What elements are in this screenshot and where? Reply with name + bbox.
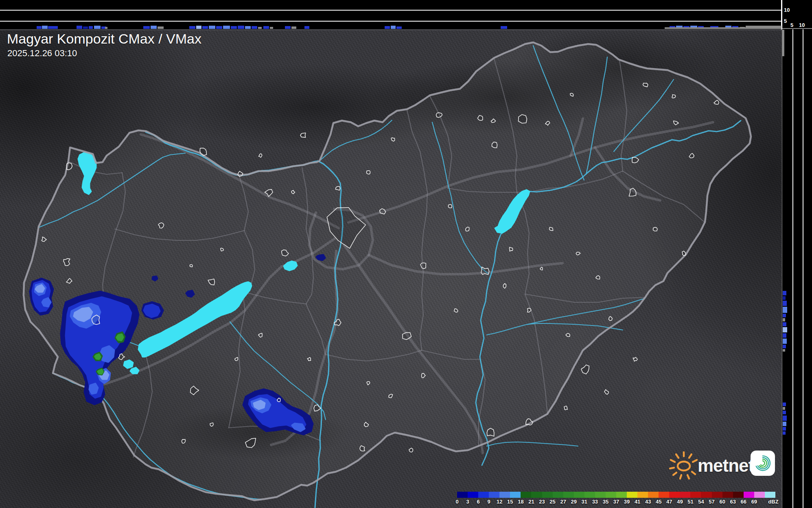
echo-top-mark — [202, 26, 208, 29]
echo-top-mark — [158, 26, 164, 29]
metnet-logo[interactable]: metnet — [668, 448, 754, 481]
panel-divider-top — [781, 0, 782, 29]
legend-value-label: 18 — [518, 499, 523, 505]
ns-cross-section-panel — [782, 29, 812, 508]
city-outline — [581, 365, 589, 374]
city-outline — [300, 133, 306, 137]
echo-top-mark — [37, 26, 42, 29]
echo-right-mark — [783, 339, 787, 344]
echo-top-mark — [304, 26, 309, 29]
city-outline — [210, 423, 213, 427]
echo-top-mark — [196, 26, 201, 29]
distance-gridline-10 — [803, 29, 803, 508]
echo-top-mark — [270, 27, 273, 29]
legend-value-label: 3 — [466, 499, 469, 505]
echo-top-mark — [105, 27, 107, 29]
echo-top-mark — [94, 26, 101, 29]
legend-value-label: 60 — [719, 499, 725, 505]
legend-cell — [606, 492, 616, 498]
echo-right-mark — [783, 314, 786, 317]
city-outline — [409, 448, 413, 452]
echo-top-mark — [231, 26, 237, 29]
city-outline — [519, 114, 527, 123]
legend-cell — [690, 492, 701, 498]
legend-value-label: 51 — [687, 499, 693, 505]
legend-cell — [712, 492, 722, 498]
legend-cell — [542, 492, 553, 498]
legend-cell — [754, 492, 765, 498]
legend-value-label: 39 — [624, 499, 630, 505]
echo-top-mark — [391, 26, 396, 29]
dbz-legend: 0369121518212325272931333537394143454749… — [457, 492, 783, 508]
echo-right-mark — [783, 411, 786, 414]
city-outline — [492, 142, 497, 148]
echo-top-mark — [258, 27, 262, 29]
echo-top-mark — [245, 26, 251, 29]
echo-top-mark — [42, 26, 48, 29]
sun-icon — [668, 448, 700, 481]
city-outline — [564, 406, 567, 410]
right-axis-label-10: 10 — [799, 22, 805, 28]
city-outline — [604, 389, 608, 394]
legend-value-label: 31 — [582, 499, 587, 505]
legend-value-label: 63 — [730, 499, 735, 505]
legend-cell — [531, 492, 542, 498]
legend-cell — [680, 492, 690, 498]
map-top-border-strip — [665, 27, 746, 29]
echo-top-mark — [263, 26, 269, 29]
echo-top-mark — [209, 26, 215, 29]
legend-colorbar — [457, 492, 775, 498]
country-fill — [24, 42, 751, 500]
city-outline — [238, 171, 243, 176]
legend-cell — [563, 492, 574, 498]
city-outline — [258, 154, 262, 157]
legend-cell — [489, 492, 499, 498]
spiral-icon — [752, 453, 773, 474]
legend-value-label: 37 — [613, 499, 619, 505]
city-outline — [503, 284, 506, 288]
city-outline — [487, 428, 494, 436]
echo-top-mark — [252, 26, 257, 29]
legend-cell — [468, 492, 478, 498]
metnet-app-icon[interactable] — [751, 451, 775, 476]
distance-gridline-5 — [792, 29, 793, 508]
echo-top-mark — [151, 26, 157, 29]
echo-right-mark — [783, 318, 785, 321]
echo-right-mark — [783, 333, 786, 338]
legend-cell — [457, 492, 468, 498]
legend-value-label: 21 — [528, 499, 534, 505]
echo-right-mark — [783, 427, 786, 431]
legend-value-label: 6 — [477, 499, 480, 505]
height-gridline-5km — [0, 21, 782, 22]
echo-right-mark — [783, 291, 786, 295]
legend-cell — [510, 492, 521, 498]
echo-top-mark — [216, 26, 222, 29]
legend-value-label: 15 — [507, 499, 513, 505]
product-title: Magyar Kompozit CMax / VMax — [7, 31, 201, 47]
city-outline — [367, 171, 370, 174]
legend-value-label: 9 — [488, 499, 490, 505]
legend-value-label: 49 — [677, 499, 683, 505]
legend-value-label: 29 — [571, 499, 576, 505]
legend-cell — [701, 492, 711, 498]
legend-cell — [521, 492, 531, 498]
city-outline — [566, 333, 570, 336]
legend-value-label: 12 — [497, 499, 502, 505]
echo-top-mark — [238, 26, 244, 29]
echo-right-mark — [783, 345, 786, 348]
city-outline — [66, 163, 72, 170]
legend-value-label: 33 — [592, 499, 598, 505]
ew-cross-section-panel — [0, 0, 782, 29]
radar-composite-viewer: { "header": { "title": "Magyar Kompozit … — [0, 0, 812, 508]
echo-top-mark — [291, 26, 296, 29]
echo-right-mark — [783, 327, 787, 332]
legend-cell — [669, 492, 680, 498]
echo-top-mark — [89, 26, 93, 29]
echo-top-mark — [48, 26, 58, 29]
legend-cell — [616, 492, 627, 498]
legend-cell — [478, 492, 489, 498]
legend-cell — [584, 492, 595, 498]
echo-right-mark — [783, 422, 786, 426]
city-outline — [182, 440, 186, 443]
legend-value-label: 0 — [455, 499, 458, 505]
